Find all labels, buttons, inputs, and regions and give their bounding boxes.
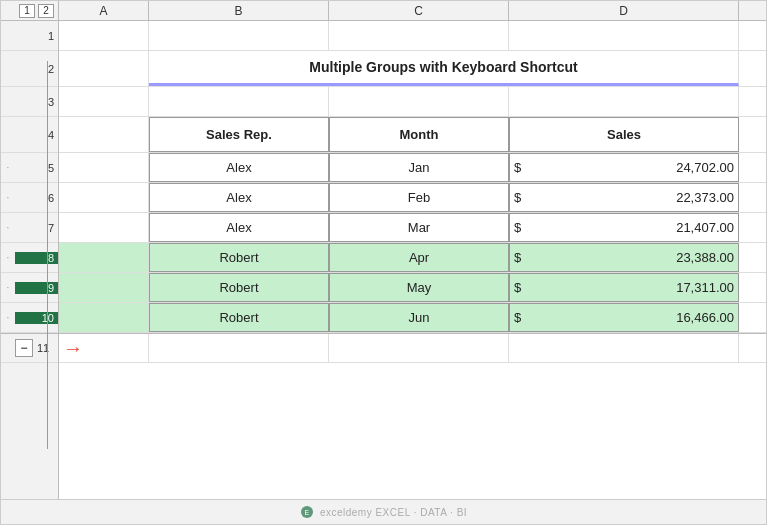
row-label-10[interactable]: 10 (15, 312, 58, 324)
cell-a2[interactable] (59, 51, 149, 86)
cell-sales-rep-10[interactable]: Robert (149, 303, 329, 332)
cell-d3[interactable] (509, 87, 739, 116)
row-label-8[interactable]: 8 (15, 252, 58, 264)
cell-month-6[interactable]: Feb (329, 183, 509, 212)
row-num-6: · 6 (1, 183, 58, 213)
cell-a7[interactable] (59, 213, 149, 242)
cell-c1[interactable] (329, 21, 509, 50)
cell-sales-8[interactable]: $ 23,388.00 (509, 243, 739, 272)
col-header-d[interactable]: D (509, 1, 739, 20)
spreadsheet-row-6: Alex Feb $ 22,373.00 (59, 183, 766, 213)
cell-a11[interactable]: → (59, 334, 149, 362)
spreadsheet-row-8: Robert Apr $ 23,388.00 (59, 243, 766, 273)
cell-month-7[interactable]: Mar (329, 213, 509, 242)
cell-sales-rep-6[interactable]: Alex (149, 183, 329, 212)
cell-d11[interactable] (509, 334, 739, 362)
row-label-5[interactable]: 5 (15, 162, 58, 174)
col-header-a[interactable]: A (59, 1, 149, 20)
cell-sales-5[interactable]: $ 24,702.00 (509, 153, 739, 182)
cell-sales-7[interactable]: $ 21,407.00 (509, 213, 739, 242)
cell-sales-6[interactable]: $ 22,373.00 (509, 183, 739, 212)
header-month: Month (329, 117, 509, 152)
spreadsheet-row-9: Robert May $ 17,311.00 (59, 273, 766, 303)
row-num-4: 4 (1, 117, 58, 153)
dollar-sign-10: $ (514, 310, 521, 325)
collapse-button[interactable]: − (15, 339, 33, 357)
outline-dot-7: · (1, 222, 15, 233)
cell-a3[interactable] (59, 87, 149, 116)
cell-sales-rep-7[interactable]: Alex (149, 213, 329, 242)
outline-dot-6: · (1, 192, 15, 203)
row-label-3[interactable]: 3 (15, 96, 58, 108)
sales-value-7: 21,407.00 (676, 220, 734, 235)
cell-sales-rep-9[interactable]: Robert (149, 273, 329, 302)
cell-month-5[interactable]: Jan (329, 153, 509, 182)
right-arrow-icon: → (63, 337, 83, 360)
row-label-7[interactable]: 7 (15, 222, 58, 234)
cell-d1[interactable] (509, 21, 739, 50)
row-num-10: · 10 (1, 303, 58, 333)
spreadsheet: 1 2 A B C D 1 2 (0, 0, 767, 525)
main-area: 1 2 3 4 · (1, 21, 766, 499)
row-num-8: · 8 (1, 243, 58, 273)
cell-b11[interactable] (149, 334, 329, 362)
level-btn-1[interactable]: 1 (19, 4, 35, 18)
row-num-11: − 11 (1, 333, 58, 363)
cell-c3[interactable] (329, 87, 509, 116)
row-label-2[interactable]: 2 (15, 63, 58, 75)
row-num-9: · 9 (1, 273, 58, 303)
dollar-sign-6: $ (514, 190, 521, 205)
cell-c11[interactable] (329, 334, 509, 362)
outline-dot-10: · (1, 312, 15, 323)
sales-value-10: 16,466.00 (676, 310, 734, 325)
col-header-c[interactable]: C (329, 1, 509, 20)
row-num-2: 2 (1, 51, 58, 87)
spreadsheet-row-2: Multiple Groups with Keyboard Shortcut (59, 51, 766, 87)
cell-month-8[interactable]: Apr (329, 243, 509, 272)
outline-dot-8: · (1, 252, 15, 263)
watermark-text: E exceldemy EXCEL · DATA · BI (300, 505, 467, 519)
cell-a10[interactable] (59, 303, 149, 332)
row-numbers: 1 2 3 4 · (1, 21, 58, 499)
cell-sales-9[interactable]: $ 17,311.00 (509, 273, 739, 302)
cell-a4[interactable] (59, 117, 149, 152)
cell-sales-rep-8[interactable]: Robert (149, 243, 329, 272)
cell-a5[interactable] (59, 153, 149, 182)
svg-text:E: E (304, 509, 309, 516)
sales-value-5: 24,702.00 (676, 160, 734, 175)
exceldemy-logo-icon: E (300, 505, 314, 519)
outline-dot-9: · (1, 282, 15, 293)
cell-a1[interactable] (59, 21, 149, 50)
row-num-3: 3 (1, 87, 58, 117)
cell-a9[interactable] (59, 273, 149, 302)
outline-dot-5: · (1, 162, 15, 173)
watermark-bar: E exceldemy EXCEL · DATA · BI (1, 499, 766, 524)
level-btn-2[interactable]: 2 (38, 4, 54, 18)
cell-month-9[interactable]: May (329, 273, 509, 302)
spreadsheet-row-7: Alex Mar $ 21,407.00 (59, 213, 766, 243)
cell-b1[interactable] (149, 21, 329, 50)
spreadsheet-row-11: → (59, 333, 766, 363)
spreadsheet-row-1 (59, 21, 766, 51)
row-num-7: · 7 (1, 213, 58, 243)
row-label-1[interactable]: 1 (15, 30, 58, 42)
sales-value-6: 22,373.00 (676, 190, 734, 205)
cell-sales-rep-5[interactable]: Alex (149, 153, 329, 182)
cell-b3[interactable] (149, 87, 329, 116)
row-label-6[interactable]: 6 (15, 192, 58, 204)
sales-value-9: 17,311.00 (676, 280, 734, 295)
col-header-b[interactable]: B (149, 1, 329, 20)
sales-value-8: 23,388.00 (676, 250, 734, 265)
cell-sales-10[interactable]: $ 16,466.00 (509, 303, 739, 332)
cell-a8[interactable] (59, 243, 149, 272)
row-num-5: · 5 (1, 153, 58, 183)
row-label-4[interactable]: 4 (15, 129, 58, 141)
row-label-9[interactable]: 9 (15, 282, 58, 294)
cell-month-10[interactable]: Jun (329, 303, 509, 332)
dollar-sign-7: $ (514, 220, 521, 235)
cell-a6[interactable] (59, 183, 149, 212)
header-sales: Sales (509, 117, 739, 152)
column-headers: 1 2 A B C D (1, 1, 766, 21)
spreadsheet-row-4: Sales Rep. Month Sales (59, 117, 766, 153)
cells-area: Multiple Groups with Keyboard Shortcut S… (59, 21, 766, 499)
